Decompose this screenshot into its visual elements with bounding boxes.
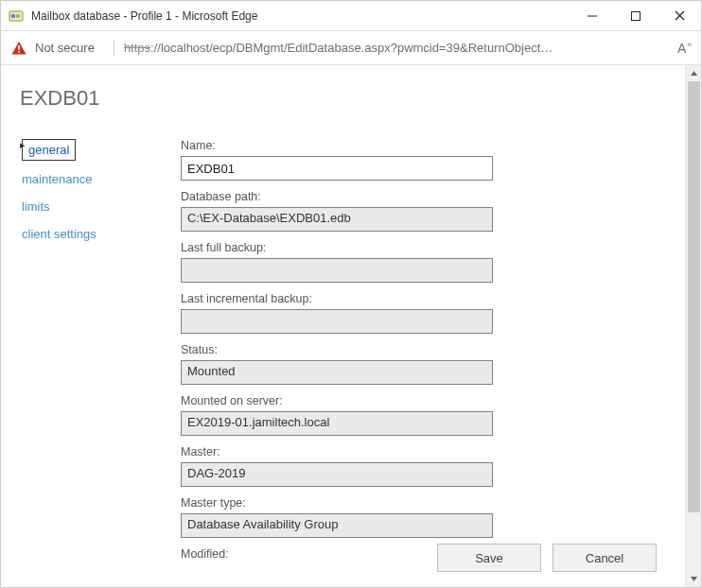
separator (114, 40, 114, 57)
label-master-type: Master type: (181, 496, 521, 510)
window-close-button[interactable] (658, 1, 701, 31)
side-nav: ▸general maintenance limits client setti… (20, 135, 181, 245)
svg-rect-9 (18, 45, 20, 50)
nav-item-limits[interactable]: limits (20, 196, 181, 217)
svg-rect-10 (18, 51, 20, 53)
value-status: Mounted (181, 360, 493, 385)
label-last-incremental-backup: Last incremental backup: (181, 292, 521, 305)
scroll-thumb[interactable] (688, 81, 700, 512)
value-database-path: C:\EX-Database\EXDB01.edb (181, 207, 493, 232)
label-mounted-on-server: Mounted on server: (181, 394, 521, 407)
nav-item-general[interactable]: general (22, 139, 76, 161)
nav-item-client-settings[interactable]: client settings (20, 223, 181, 245)
scroll-up-arrow-icon[interactable] (686, 65, 702, 81)
value-mounted-on-server: EX2019-01.jamiltech.local (181, 411, 493, 436)
url-path: ://localhost/ecp/DBMgmt/EditDatabase.asp… (150, 41, 557, 55)
label-last-full-backup: Last full backup: (181, 241, 521, 254)
scroll-down-arrow-icon[interactable] (686, 571, 702, 587)
window-minimize-button[interactable] (570, 1, 614, 31)
window-titlebar: Mailbox database - Profile 1 - Microsoft… (1, 1, 701, 31)
svg-point-2 (11, 13, 15, 17)
svg-marker-11 (691, 71, 697, 76)
vertical-scrollbar[interactable] (685, 65, 701, 587)
not-secure-label: Not secure (35, 41, 95, 55)
value-master: DAG-2019 (181, 462, 493, 487)
label-name: Name: (181, 139, 521, 152)
label-database-path: Database path: (181, 190, 521, 203)
url-text[interactable]: https://localhost/ecp/DBMgmt/EditDatabas… (124, 41, 557, 55)
value-master-type: Database Availability Group (181, 513, 493, 538)
address-bar: Not secure https://localhost/ecp/DBMgmt/… (1, 31, 701, 65)
svg-point-3 (16, 13, 20, 17)
input-name[interactable] (181, 156, 493, 181)
svg-marker-12 (691, 577, 697, 581)
cancel-button[interactable]: Cancel (553, 544, 657, 572)
value-last-full-backup (181, 258, 493, 283)
not-secure-warning-icon (10, 40, 27, 57)
svg-rect-5 (632, 11, 641, 20)
window-maximize-button[interactable] (614, 1, 658, 31)
value-last-incremental-backup (181, 309, 493, 334)
label-status: Status: (181, 343, 521, 356)
scroll-track[interactable] (686, 81, 702, 571)
app-icon (9, 9, 24, 24)
save-button[interactable]: Save (437, 544, 541, 572)
nav-item-maintenance[interactable]: maintenance (20, 168, 181, 190)
label-master: Master: (181, 445, 521, 458)
footer-buttons: Save Cancel (437, 544, 657, 572)
page-title: EXDB01 (20, 86, 666, 111)
url-scheme: https (124, 41, 150, 55)
content-pane: EXDB01 ▸general maintenance limits clien… (1, 65, 685, 587)
form-panel: Name: Database path: C:\EX-Database\EXDB… (181, 135, 521, 564)
window-title: Mailbox database - Profile 1 - Microsoft… (31, 9, 257, 23)
read-aloud-icon[interactable]: A » (677, 40, 692, 56)
